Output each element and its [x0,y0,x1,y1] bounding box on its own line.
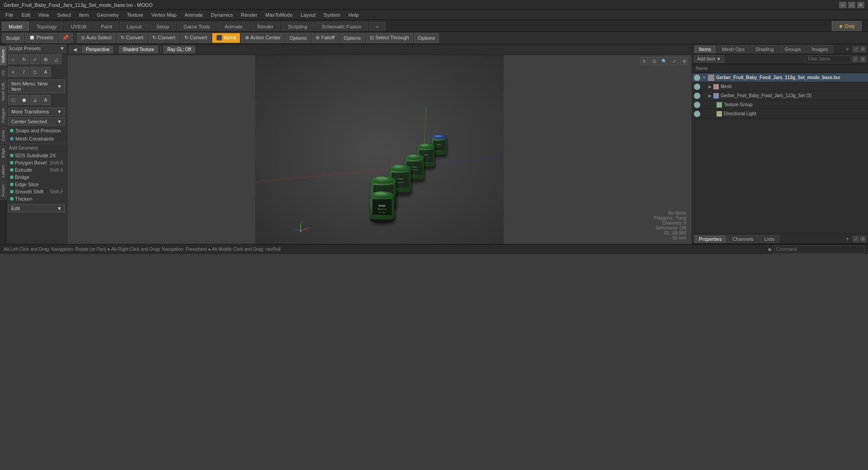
vtab-fusion[interactable]: Fusion [0,181,7,200]
close-button[interactable]: ✕ [857,2,864,8]
edge-slice-item[interactable]: Edge Slice [6,181,67,188]
item-texture-group[interactable]: Texture Group [692,100,868,109]
window-controls[interactable]: ─ □ ✕ [839,2,864,8]
sculpt-icon-3[interactable]: ⊿ [30,95,40,105]
add-item-button[interactable]: Add Item ▼ [694,55,724,63]
transform-icon[interactable]: ⊞ [41,54,51,64]
command-input[interactable] [774,245,864,254]
sculpt-presets-header[interactable]: Sculpt Presets ▼ [6,44,67,52]
options-3-button[interactable]: Options [414,33,439,43]
convert-2-button[interactable]: ↻ Convert [148,33,179,43]
presets-pin-button[interactable]: 📌 [58,33,73,43]
mesh-constraints-item[interactable]: Mesh Constraints [6,135,67,143]
rotate-icon[interactable]: ↻ [19,54,29,64]
item-eye-mesh[interactable] [694,84,700,90]
items-button[interactable]: ⬛ Items [212,33,240,43]
tab-mesh-ops[interactable]: Mesh Ops [717,45,750,53]
vtab-deform[interactable]: Deform [0,46,7,66]
item-menu-dropdown[interactable]: Item Menu: New Item ▼ [8,80,65,93]
viewport-refresh-icon[interactable]: ↻ [640,57,648,65]
tab-groups[interactable]: Groups [779,45,806,53]
options-2-button[interactable]: Options [340,33,365,43]
items-settings-icon[interactable]: ⚙ [860,56,866,62]
panel-settings-icon[interactable]: ⚙ [860,46,866,52]
menu-animate[interactable]: Animate [181,11,206,19]
vtab-uv[interactable]: UV [0,67,7,79]
menu-geometry[interactable]: Geometry [93,11,122,19]
item-gerber-set[interactable]: ▶ Gerber_Fruit_Baby_Food_Jars_113g_Set (… [692,91,868,100]
item-root[interactable]: ▼ Gerber_Fruit_Baby_Food_Jars_113g_Set_m… [692,73,868,82]
convert-3-button[interactable]: ↻ Convert [180,33,212,43]
menu-select[interactable]: Select [53,11,75,19]
sds-subdivide-item[interactable]: SDS Subdivide 2X [6,152,67,159]
tab-game-tools[interactable]: Game Tools [177,22,217,31]
tab-plus[interactable]: + [369,22,385,31]
move-icon[interactable]: ↔ [8,54,18,64]
item-eye-root[interactable] [694,75,700,81]
item-eye-gerber[interactable] [694,93,700,99]
menu-view[interactable]: View [35,11,53,19]
extrude-item[interactable]: Extrude Shift-X [6,166,67,174]
tab-shading[interactable]: Shading [750,45,778,53]
tab-items[interactable]: Items [694,45,716,53]
tab-channels[interactable]: Channels [727,235,758,243]
vtab-polygon[interactable]: Polygon [0,105,7,126]
sculpt-button[interactable]: Sculpt [2,33,24,43]
item-eye-texture[interactable] [694,102,700,108]
viewport-fit-icon[interactable]: ⊡ [650,57,658,65]
bottom-panel-settings-icon[interactable]: ⚙ [860,236,866,242]
viewport-expand-icon[interactable]: ⤢ [670,57,678,65]
sculpt-icon-2[interactable]: ⬢ [19,95,29,105]
bottom-panel-float-icon[interactable]: ⤢ [853,236,859,242]
item-light[interactable]: Directional Light [692,109,868,118]
menu-file[interactable]: File [2,11,17,19]
action-center-button[interactable]: ⊕ Action Center [241,33,284,43]
edge-icon[interactable]: / [19,67,29,77]
viewport-shaded-texture[interactable]: Shaded Texture [118,46,158,53]
vtab-curve[interactable]: Curve [0,127,7,144]
menu-texture[interactable]: Texture [123,11,147,19]
tab-scripting[interactable]: Scripting [281,22,314,31]
center-selected-dropdown[interactable]: Center Selected ▼ [8,118,65,126]
auto-select-button[interactable]: ⊙ Auto Select [77,33,116,43]
viewport-zoom-icon[interactable]: 🔍 [660,57,668,65]
menu-vertex-map[interactable]: Vertex Map [148,11,180,19]
vtab-edge[interactable]: Edge [0,145,7,161]
viewport-canvas[interactable]: Gerber Baby Food Gerber Baby Food [67,55,692,244]
smooth-shift-item[interactable]: Smooth Shift Shift-F [6,188,67,195]
tab-setup[interactable]: Setup [149,22,176,31]
sculpt-icon-4[interactable]: A [41,95,51,105]
options-1-button[interactable]: Options [285,33,311,43]
convert-1-button[interactable]: ↻ Convert [117,33,148,43]
scale-icon[interactable]: ⤢ [30,54,40,64]
menu-edit[interactable]: Edit [18,11,34,19]
polygon-bevel-item[interactable]: Polygon Bevel Shift-B [6,159,67,166]
element-icon[interactable]: △ [52,54,61,64]
viewport-perspective[interactable]: Perspective [82,46,113,53]
tab-images[interactable]: Images [807,45,833,53]
menu-help[interactable]: Help [345,11,363,19]
filter-items-input[interactable] [806,55,851,63]
menu-maxtomodo[interactable]: MaxToModo [262,11,296,19]
menu-item[interactable]: Item [75,11,92,19]
viewport-ray-gl[interactable]: Ray GL: Off [163,46,195,53]
tab-animate[interactable]: Animate [218,22,250,31]
bridge-item[interactable]: Bridge [6,174,67,181]
menu-dynamics[interactable]: Dynamics [208,11,236,19]
tab-uvedit[interactable]: UVEdit [64,22,93,31]
tab-properties[interactable]: Properties [694,235,726,243]
tab-lists[interactable]: Lists [760,235,780,243]
tab-only[interactable]: ★ Only [832,21,862,31]
material-icon[interactable]: A [41,67,51,77]
item-eye-light[interactable] [694,111,700,117]
item-mesh[interactable]: ▶ Mesh [692,82,868,91]
tab-paint[interactable]: Paint [94,22,119,31]
thicken-item[interactable]: Thicken [6,195,67,202]
sculpt-icon-1[interactable]: ⬡ [8,95,18,105]
falloff-button[interactable]: ⊚ Falloff [311,33,339,43]
menu-system[interactable]: System [320,11,344,19]
tab-model[interactable]: Model [2,22,29,31]
tabs-plus-button[interactable]: + [843,45,852,53]
vtab-letters[interactable]: Letters [0,162,7,181]
menu-layout[interactable]: Layout [297,11,319,19]
